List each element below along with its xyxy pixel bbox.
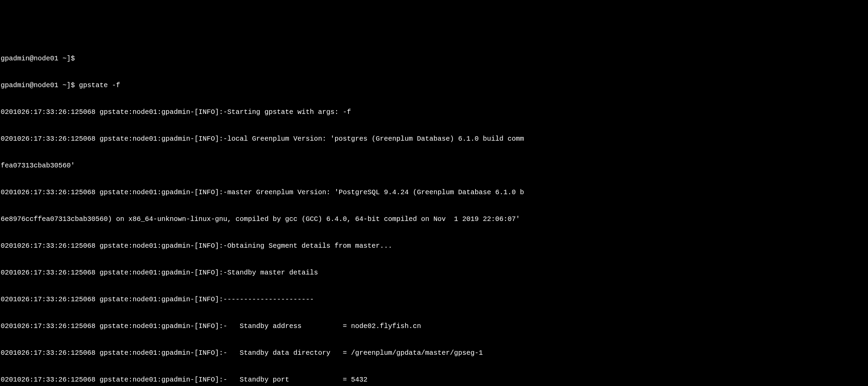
terminal-line: 0201026:17:33:26:125068 gpstate:node01:g…	[0, 295, 868, 304]
terminal-line: 0201026:17:33:26:125068 gpstate:node01:g…	[0, 242, 868, 250]
terminal-line: fea07313cbab30560'	[0, 161, 868, 170]
terminal-line: 6e8976ccffea07313cbab30560) on x86_64-un…	[0, 215, 868, 224]
terminal-line: 0201026:17:33:26:125068 gpstate:node01:g…	[0, 375, 868, 384]
terminal-line: 0201026:17:33:26:125068 gpstate:node01:g…	[0, 322, 868, 331]
terminal-line: 0201026:17:33:26:125068 gpstate:node01:g…	[0, 349, 868, 358]
terminal-line: 0201026:17:33:26:125068 gpstate:node01:g…	[0, 108, 868, 117]
terminal-line: gpadmin@node01 ~]$	[0, 54, 868, 63]
terminal-line: gpadmin@node01 ~]$ gpstate -f	[0, 81, 868, 90]
terminal-line: 0201026:17:33:26:125068 gpstate:node01:g…	[0, 134, 868, 143]
terminal-line: 0201026:17:33:26:125068 gpstate:node01:g…	[0, 188, 868, 197]
terminal-line: 0201026:17:33:26:125068 gpstate:node01:g…	[0, 268, 868, 277]
terminal-output[interactable]: gpadmin@node01 ~]$ gpadmin@node01 ~]$ gp…	[0, 36, 868, 386]
